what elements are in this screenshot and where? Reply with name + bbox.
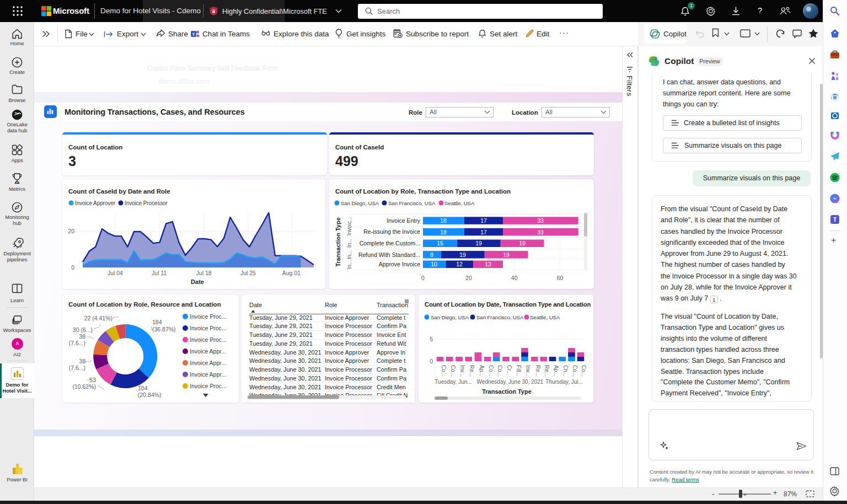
svg-text:Tuesday, June 29, 2021: Tuesday, June 29, 2021 xyxy=(249,323,313,329)
svg-text:Role: Role xyxy=(325,302,337,308)
svg-text:Invoice Processor: Invoice Processor xyxy=(325,323,372,329)
svg-text:Count of Location by Role, Res: Count of Location by Role, Resource and … xyxy=(68,301,221,308)
svg-text:Invoice Approver: Invoice Approver xyxy=(325,314,369,321)
svg-text:15: 15 xyxy=(437,240,443,246)
svg-text:33: 33 xyxy=(537,217,544,224)
svg-text:Transaction: Transaction xyxy=(377,302,408,308)
svg-text:Confirm Pa: Confirm Pa xyxy=(377,375,406,382)
svg-text:T: T xyxy=(192,32,195,37)
svg-text:(36.87%): (36.87%) xyxy=(152,326,176,333)
svg-text:Invoice Appr...: Invoice Appr... xyxy=(190,371,226,378)
svg-text:Invoice Approver: Invoice Approver xyxy=(325,357,369,364)
svg-text:18: 18 xyxy=(440,217,447,224)
svg-text:Jul 11: Jul 11 xyxy=(152,270,167,276)
svg-text:Refund With Standard...: Refund With Standard... xyxy=(358,251,420,258)
svg-text:Invoice Proc...: Invoice Proc... xyxy=(190,383,227,389)
svg-text:Invoice Appr...: Invoice Appr... xyxy=(190,360,226,366)
svg-text:38: 38 xyxy=(79,358,85,364)
svg-text:20: 20 xyxy=(465,275,472,281)
svg-text:Jul 04: Jul 04 xyxy=(108,270,123,276)
svg-text:T: T xyxy=(833,217,837,223)
svg-text:17: 17 xyxy=(480,217,487,224)
svg-text:Approve Invoice: Approve Invoice xyxy=(379,261,420,267)
svg-text:19: 19 xyxy=(475,240,482,246)
svg-text:San Francisco, USA: San Francisco, USA xyxy=(388,200,436,206)
svg-text:33: 33 xyxy=(537,229,544,235)
svg-text:Re...: Re... xyxy=(469,365,475,377)
svg-text:Jul 18: Jul 18 xyxy=(196,270,212,276)
svg-text:Ap...: Ap... xyxy=(553,365,559,377)
svg-text:In...: In... xyxy=(346,260,352,270)
svg-text:Invoice Processor: Invoice Processor xyxy=(325,331,372,338)
svg-text:Wednesday, June 30, 2021: Wednesday, June 30, 2021 xyxy=(477,379,544,385)
svg-text:Seattle, USA: Seattle, USA xyxy=(530,314,560,320)
svg-text:17: 17 xyxy=(480,229,487,235)
svg-text:Co...: Co... xyxy=(497,365,503,377)
svg-text:Invoice Processor: Invoice Processor xyxy=(325,340,372,347)
svg-text:Aug 01: Aug 01 xyxy=(282,270,301,276)
svg-text:184: 184 xyxy=(152,319,162,325)
svg-text:Count of CaseId by Date and Ro: Count of CaseId by Date and Role xyxy=(68,188,170,195)
svg-text:19: 19 xyxy=(503,251,510,258)
svg-text:Fill...: Fill... xyxy=(516,365,522,377)
svg-text:Invoice Processor: Invoice Processor xyxy=(125,200,168,206)
svg-text:Date: Date xyxy=(249,302,262,308)
svg-text:Invoice Processor: Invoice Processor xyxy=(325,384,372,390)
svg-text:(10.62%): (10.62%) xyxy=(72,383,96,390)
svg-text:Wednesday, June 30, 2021: Wednesday, June 30, 2021 xyxy=(249,366,321,373)
svg-text:Invoice Ent: Invoice Ent xyxy=(377,331,406,338)
svg-text:0: 0 xyxy=(71,264,74,271)
svg-text:Transaction Type: Transaction Type xyxy=(335,217,341,267)
svg-text:Invoice Approver: Invoice Approver xyxy=(75,200,116,206)
svg-text:Seattle, USA: Seattle, USA xyxy=(444,200,475,206)
svg-text:(7.6...): (7.6...) xyxy=(69,364,85,371)
svg-text:In...: In... xyxy=(346,239,352,248)
svg-text:(20.84%): (20.84%) xyxy=(138,392,162,398)
svg-text:Inv...: Inv... xyxy=(525,365,531,377)
svg-text:12: 12 xyxy=(456,261,463,267)
svg-text:Confirm Pa: Confirm Pa xyxy=(377,366,406,373)
svg-text:Co...: Co... xyxy=(441,365,447,377)
svg-text:Wednesday, June 30, 2021: Wednesday, June 30, 2021 xyxy=(249,375,321,382)
svg-text:Credit Men: Credit Men xyxy=(377,384,406,390)
svg-text:Invoice Proc...: Invoice Proc... xyxy=(190,336,227,343)
svg-text:Invoice Processor: Invoice Processor xyxy=(325,375,372,382)
svg-text:22 (4.41%): 22 (4.41%) xyxy=(84,315,112,321)
svg-text:Tuesday, Jun...: Tuesday, Jun... xyxy=(435,379,471,385)
svg-text:Count of Location by Date, Tra: Count of Location by Date, Transaction T… xyxy=(425,301,591,308)
svg-text:Wednesday, June 30, 2021: Wednesday, June 30, 2021 xyxy=(249,357,321,364)
svg-text:104: 104 xyxy=(138,385,148,392)
svg-text:10: 10 xyxy=(431,261,437,267)
svg-text:San Diego, USA: San Diego, USA xyxy=(431,314,469,320)
svg-text:Jul 25: Jul 25 xyxy=(240,270,256,276)
svg-text:Complete the Custom...: Complete the Custom... xyxy=(360,240,420,246)
svg-text:Inv...: Inv... xyxy=(459,365,465,377)
svg-text:Complete t: Complete t xyxy=(377,314,405,321)
svg-text:Transaction Type: Transaction Type xyxy=(482,388,532,395)
svg-text:Re-issuing the invoice: Re-issuing the invoice xyxy=(363,228,420,235)
svg-text:Invoice Entry: Invoice Entry xyxy=(387,217,420,224)
svg-text:Ch...: Ch... xyxy=(562,365,569,377)
svg-text:Cr...: Cr... xyxy=(506,365,512,375)
svg-text:Tuesday, June 29, 2021: Tuesday, June 29, 2021 xyxy=(249,340,313,347)
svg-text:30 (6...): 30 (6...) xyxy=(73,326,93,333)
svg-text:Approve In: Approve In xyxy=(377,349,405,356)
svg-text:Re...: Re... xyxy=(544,365,550,377)
svg-text:18: 18 xyxy=(440,229,447,235)
svg-text:53: 53 xyxy=(89,377,96,383)
svg-text:0: 0 xyxy=(421,275,425,281)
svg-text:Co...: Co... xyxy=(572,365,578,377)
svg-text:Count of Location by Role, Tra: Count of Location by Role, Transaction T… xyxy=(335,188,511,195)
svg-text:Refund Wit: Refund Wit xyxy=(377,340,406,347)
svg-text:20: 20 xyxy=(68,228,74,234)
svg-text:(7.6...): (7.6...) xyxy=(69,340,85,346)
svg-text:Confirm Pa: Confirm Pa xyxy=(377,323,406,329)
svg-text:19: 19 xyxy=(519,240,526,246)
svg-text:Invoice Approver: Invoice Approver xyxy=(325,349,369,356)
svg-text:Tuesday, June 29, 2021: Tuesday, June 29, 2021 xyxy=(249,331,313,338)
svg-text:Re...: Re... xyxy=(535,365,541,377)
svg-text:Wednesday, June 30, 2021: Wednesday, June 30, 2021 xyxy=(249,384,321,390)
svg-text:Invoice Proc...: Invoice Proc... xyxy=(190,313,227,320)
svg-text:Co...: Co... xyxy=(450,365,456,377)
svg-text:0: 0 xyxy=(430,358,433,364)
